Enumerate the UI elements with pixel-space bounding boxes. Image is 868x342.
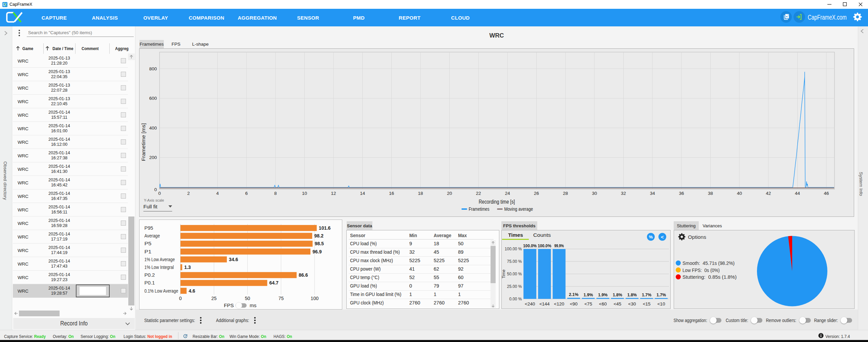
svg-text:40: 40 [737, 191, 742, 196]
svg-text:20: 20 [447, 191, 452, 196]
svg-text:99.9%: 99.9% [555, 244, 564, 248]
svg-text:<60: <60 [599, 301, 607, 306]
svg-text:0.1% Low Average: 0.1% Low Average [144, 288, 178, 294]
svg-text:25.00 %: 25.00 % [507, 284, 522, 289]
svg-text:28: 28 [563, 191, 568, 196]
svg-text:38: 38 [708, 191, 713, 196]
svg-text:75: 75 [278, 296, 284, 301]
svg-text:64.7: 64.7 [269, 280, 278, 286]
svg-text:1.7%: 1.7% [656, 293, 666, 297]
svg-text:100: 100 [310, 296, 319, 301]
svg-text:P0.1: P0.1 [144, 280, 155, 286]
svg-text:Options: Options [688, 234, 706, 240]
svg-text:100.0%: 100.0% [523, 244, 537, 248]
svg-text:36: 36 [679, 191, 684, 196]
svg-text:Time: Time [501, 270, 506, 279]
svg-text:16: 16 [389, 191, 394, 196]
svg-text:42: 42 [766, 191, 771, 196]
svg-text:1.9%: 1.9% [584, 293, 593, 297]
svg-text:4: 4 [216, 191, 219, 196]
svg-text:86.6: 86.6 [299, 272, 308, 278]
svg-text:75.00 %: 75.00 % [507, 259, 522, 264]
svg-text:98.2: 98.2 [314, 233, 323, 238]
svg-text:0.00 %: 0.00 % [509, 297, 522, 301]
svg-text:P5: P5 [144, 241, 151, 246]
svg-text:1.8%: 1.8% [613, 293, 622, 297]
svg-text:Times: Times [508, 232, 523, 238]
svg-text:P95: P95 [144, 225, 153, 231]
svg-text:P1: P1 [144, 249, 151, 254]
svg-text:Full fit: Full fit [143, 204, 157, 209]
svg-text:Moving average: Moving average [504, 206, 533, 212]
svg-text:<15: <15 [643, 301, 651, 306]
svg-text:34.6: 34.6 [229, 257, 238, 262]
svg-text:<90: <90 [570, 301, 578, 306]
svg-text:50.00 %: 50.00 % [507, 272, 522, 276]
svg-text:0: 0 [158, 191, 161, 196]
svg-text:1% Low Integral: 1% Low Integral [144, 264, 174, 270]
svg-text:<120: <120 [554, 301, 564, 306]
svg-text:%: % [649, 234, 653, 240]
svg-text:<30: <30 [628, 301, 636, 306]
svg-text:2.1%: 2.1% [569, 292, 579, 297]
svg-text:<: < [661, 234, 664, 240]
svg-text:Frametimes: Frametimes [469, 206, 489, 212]
svg-text:P0.2: P0.2 [144, 272, 155, 278]
svg-text:100.00 %: 100.00 % [505, 247, 522, 251]
svg-text:<75: <75 [584, 301, 592, 306]
svg-text:400: 400 [149, 126, 157, 131]
svg-text:12: 12 [331, 191, 336, 196]
svg-text:25: 25 [211, 296, 217, 301]
svg-text:34: 34 [650, 191, 655, 196]
svg-text:26: 26 [534, 191, 539, 196]
svg-text:22: 22 [476, 191, 481, 196]
svg-text:1.8%: 1.8% [627, 293, 637, 297]
svg-text:8: 8 [274, 191, 277, 196]
svg-text:Stuttering: 0.85s (1.8%): Stuttering: 0.85s (1.8%) [682, 274, 737, 280]
svg-text:1.3: 1.3 [184, 265, 191, 270]
svg-text:1.7%: 1.7% [642, 293, 651, 297]
svg-text:ms: ms [249, 302, 256, 308]
svg-text:Average: Average [144, 233, 160, 238]
svg-text:18: 18 [418, 191, 423, 196]
svg-text:32: 32 [621, 191, 626, 196]
svg-text:FPS: FPS [224, 302, 234, 308]
svg-text:Counts: Counts [533, 232, 551, 238]
svg-text:50: 50 [245, 296, 250, 301]
svg-text:<240: <240 [525, 301, 535, 306]
svg-text:96.9: 96.9 [312, 249, 322, 254]
svg-text:2: 2 [187, 191, 190, 196]
svg-text:14: 14 [360, 191, 365, 196]
svg-text:0: 0 [179, 296, 182, 301]
svg-text:100.0%: 100.0% [538, 244, 551, 248]
svg-text:1.9%: 1.9% [598, 293, 608, 297]
svg-text:Low FPS: 0s (0%): Low FPS: 0s (0%) [682, 267, 720, 273]
svg-text:10: 10 [302, 191, 307, 196]
svg-text:101.6: 101.6 [319, 225, 330, 231]
svg-text:0: 0 [154, 187, 157, 192]
svg-text:30: 30 [592, 191, 597, 196]
svg-text:98.5: 98.5 [314, 241, 324, 246]
svg-text:800: 800 [149, 66, 157, 71]
svg-text:6: 6 [245, 191, 248, 196]
svg-text:Smooth: 45.71s (98.2%): Smooth: 45.71s (98.2%) [682, 260, 735, 266]
svg-text:<45: <45 [613, 301, 621, 306]
svg-text:1% Low Average: 1% Low Average [144, 256, 175, 262]
svg-text:24: 24 [505, 191, 510, 196]
svg-text:4.6: 4.6 [189, 288, 195, 294]
svg-text:Y-Axis scale: Y-Axis scale [144, 198, 164, 202]
svg-text:<144: <144 [539, 301, 550, 306]
svg-text:600: 600 [149, 96, 157, 101]
svg-text:<10: <10 [657, 301, 665, 306]
svg-text:Recording time [s]: Recording time [s] [479, 199, 515, 205]
svg-text:Frametime [ms]: Frametime [ms] [140, 123, 146, 161]
svg-text:200: 200 [149, 155, 157, 160]
svg-text:44: 44 [795, 191, 800, 196]
svg-text:46: 46 [824, 191, 829, 196]
